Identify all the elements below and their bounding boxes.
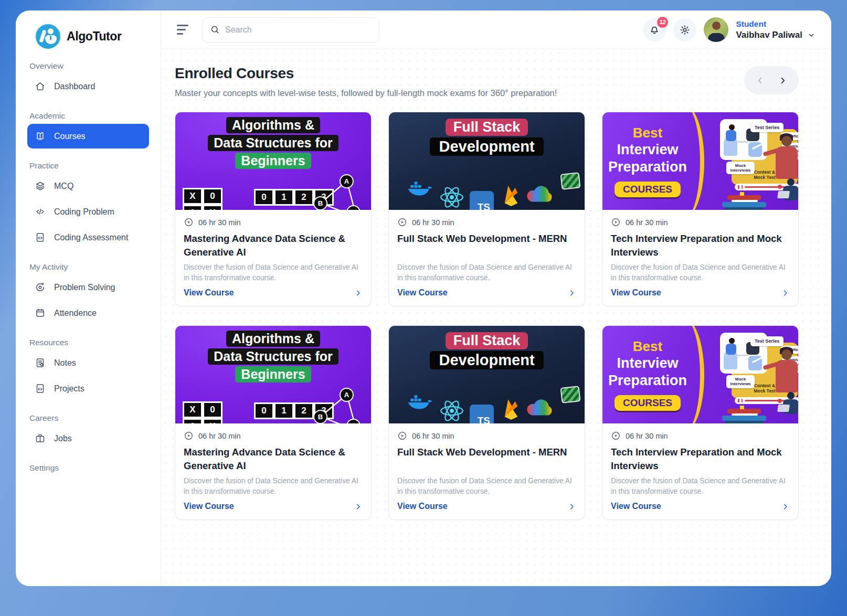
chevron-right-icon <box>354 289 363 298</box>
sidebar-item-label: Problem Solving <box>54 283 115 292</box>
gear-icon <box>679 24 691 36</box>
course-card: Full Stack Development TS <box>388 112 585 306</box>
react-icon <box>439 398 464 423</box>
graph-node: B <box>313 196 327 210</box>
nav-section-practice: Practice <box>29 161 149 171</box>
avatar[interactable] <box>704 17 728 42</box>
react-icon <box>439 185 464 210</box>
sidebar-item-label: MCQ <box>54 182 73 191</box>
graph-node: A <box>340 388 354 402</box>
notes-icon <box>35 357 46 368</box>
course-card: Best Interview Preparation COURSES Test … <box>602 112 799 306</box>
course-card: Full Stack Development TS <box>388 325 585 520</box>
chip-test-series: Test Series <box>750 123 784 132</box>
search-input[interactable] <box>225 25 372 35</box>
docker-icon <box>407 392 434 412</box>
sidebar-item-label: Jobs <box>54 434 72 443</box>
user-name: Vaibhav Paliwal <box>736 30 816 40</box>
tech-icon-green <box>560 172 581 190</box>
notifications-button[interactable]: 12 <box>643 18 666 41</box>
docker-icon <box>407 178 434 198</box>
sidebar-nav: Overview Dashboard Academic Courses Prac… <box>27 61 149 473</box>
typescript-icon: TS <box>470 405 494 423</box>
briefcase-icon <box>35 433 46 444</box>
nav-section-academic: Academic <box>29 111 149 121</box>
chevron-right-icon <box>781 289 790 298</box>
app-name: AlgoTutor <box>67 29 122 44</box>
course-thumbnail-interview: Best Interview Preparation COURSES Test … <box>602 112 798 210</box>
notification-badge: 12 <box>657 17 668 28</box>
play-icon <box>397 431 407 441</box>
course-title: Tech Interview Preparation and Mock Inte… <box>611 232 790 260</box>
search-icon <box>210 25 220 35</box>
gcloud-icon <box>524 397 555 418</box>
user-menu[interactable]: Student Vaibhav Paliwal <box>736 19 816 40</box>
thumb-title-line: Development <box>430 351 543 369</box>
course-card: Algorithms & Data Structures for Beginne… <box>175 112 372 306</box>
sidebar-item-mcq[interactable]: MCQ <box>27 174 149 198</box>
nav-section-overview: Overview <box>29 61 149 71</box>
course-duration: 06 hr 30 min <box>397 431 576 441</box>
firebase-icon <box>501 396 521 422</box>
course-title: Full Stack Web Development - MERN <box>397 445 576 473</box>
sidebar-item-coding-problem[interactable]: Coding Problem <box>27 199 149 224</box>
course-duration: 06 hr 30 min <box>611 431 790 441</box>
course-thumbnail-interview: Best Interview Preparation COURSES Test … <box>602 326 798 423</box>
course-description: Discover the fusion of Data Science and … <box>611 476 790 496</box>
sidebar-item-jobs[interactable]: Jobs <box>27 426 149 451</box>
sidebar-item-coding-assessment[interactable]: Coding Assessment <box>27 225 149 250</box>
play-icon <box>611 431 621 441</box>
sidebar-item-dashboard[interactable]: Dashboard <box>27 74 149 99</box>
course-card: Best Interview Preparation COURSES Test … <box>602 325 799 520</box>
app-window: AlgoTutor Overview Dashboard Academic Co… <box>16 10 831 586</box>
nav-section-resources: Resources <box>29 338 149 347</box>
course-thumbnail-algorithms: Algorithms & Data Structures for Beginne… <box>175 112 371 210</box>
chevron-right-icon <box>354 502 363 511</box>
play-icon <box>184 217 194 227</box>
app-logo: AlgoTutor <box>27 24 149 49</box>
graph-edges <box>175 112 371 210</box>
view-course-link[interactable]: View Course <box>611 288 790 298</box>
view-course-link[interactable]: View Course <box>184 288 363 298</box>
view-course-link[interactable]: View Course <box>611 502 790 511</box>
course-duration: 06 hr 30 min <box>397 217 576 227</box>
course-duration: 06 hr 30 min <box>184 431 363 441</box>
tech-icons: TS <box>389 384 585 423</box>
settings-button[interactable] <box>673 18 696 41</box>
sidebar-item-courses[interactable]: Courses <box>27 124 149 148</box>
menu-icon[interactable] <box>177 25 188 35</box>
view-course-link[interactable]: View Course <box>184 502 363 511</box>
user-role: Student <box>736 19 816 29</box>
main-area: 12 Student Vaibhav Paliwal <box>161 10 831 586</box>
nav-section-settings[interactable]: Settings <box>29 463 149 473</box>
thumb-title-block: Best Interview Preparation COURSES <box>602 112 693 210</box>
sidebar-item-notes[interactable]: Notes <box>27 351 149 375</box>
topbar-right: 12 Student Vaibhav Paliwal <box>643 17 816 42</box>
search-box <box>202 17 379 43</box>
course-duration: 06 hr 30 min <box>611 217 790 227</box>
prev-button[interactable] <box>755 76 765 86</box>
graph-edges <box>175 326 371 423</box>
tech-icons: TS <box>389 170 585 210</box>
sidebar-item-label: Coding Assessment <box>54 233 128 242</box>
sidebar-item-projects[interactable]: Projects <box>27 376 149 401</box>
chevron-right-icon <box>567 289 576 298</box>
next-button[interactable] <box>778 76 788 86</box>
graph-node: A <box>340 174 354 188</box>
course-title: Mastering Advance Data Science & Generat… <box>184 232 363 260</box>
chevron-right-icon <box>778 76 788 86</box>
course-thumbnail-algorithms: Algorithms & Data Structures for Beginne… <box>175 326 371 423</box>
sidebar-item-problem-solving[interactable]: Problem Solving <box>27 275 149 300</box>
view-course-link[interactable]: View Course <box>397 288 576 298</box>
sidebar-item-label: Dashboard <box>54 82 95 91</box>
sidebar-item-attendence[interactable]: Attendence <box>27 301 149 325</box>
play-icon <box>611 217 621 227</box>
view-course-link[interactable]: View Course <box>397 502 576 511</box>
target-icon <box>35 282 46 293</box>
thumb-title-line: Full Stack <box>446 332 528 349</box>
tech-icon-green <box>560 386 581 403</box>
firebase-icon <box>501 183 521 209</box>
course-card: Algorithms & Data Structures for Beginne… <box>175 325 372 520</box>
sidebar-item-label: Projects <box>54 384 84 394</box>
book-icon <box>35 131 46 142</box>
